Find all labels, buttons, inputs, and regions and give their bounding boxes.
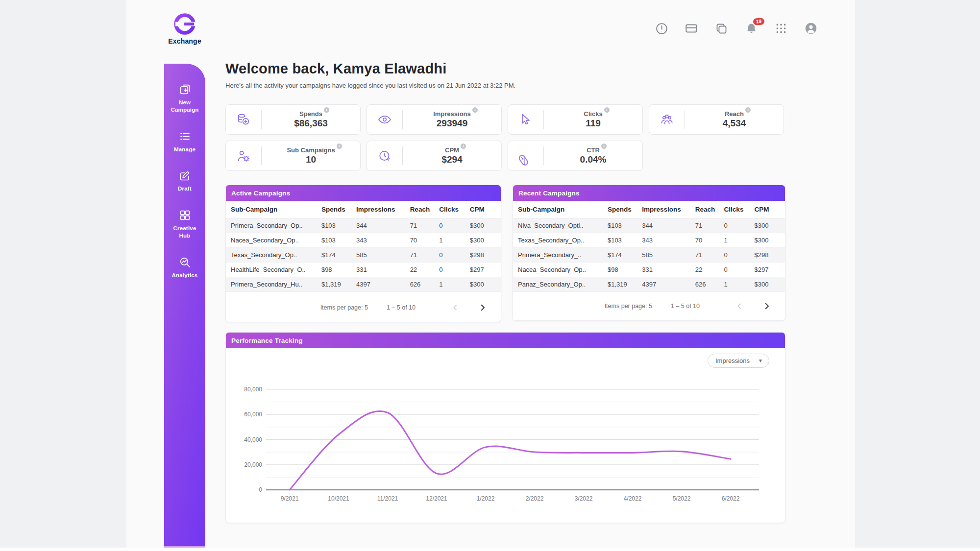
svg-text:4/2022: 4/2022 (624, 495, 642, 502)
cell-value: $297 (750, 262, 785, 277)
cell-value: 4397 (351, 277, 405, 291)
stat-value: 0.04% (580, 154, 607, 165)
cell-value: 4397 (637, 277, 690, 291)
cell-value: $298 (465, 247, 501, 262)
cell-value: $300 (465, 218, 501, 233)
bell-icon[interactable]: 19 (744, 22, 758, 35)
table-header-row: Sub-Campaign Spends Impressions Reach Cl… (513, 201, 785, 218)
col-spends: Spends (603, 201, 637, 218)
sidebar-item-manage[interactable]: Manage (164, 130, 205, 153)
alert-icon[interactable] (655, 22, 668, 35)
cell-value: 71 (405, 218, 435, 233)
stat-card-sub-campaigns: Sub Campaignsi 10 (225, 141, 361, 171)
cell-value: 71 (690, 218, 719, 233)
billing-icon[interactable] (685, 22, 698, 35)
items-per-page-label: Items per page: 5 (320, 304, 368, 311)
cell-value: $300 (750, 277, 785, 291)
cell-value: 1 (434, 277, 465, 291)
cell-sub-campaign: Texas_Secondary_Op.. (226, 247, 317, 262)
cell-value: 71 (690, 247, 719, 262)
svg-text:40,000: 40,000 (244, 436, 262, 443)
table-row: Niva_Secondary_Opti..$103344710$300 (513, 218, 785, 233)
page-range-label: 1 – 5 of 10 (671, 303, 700, 310)
prev-page-button[interactable] (448, 300, 463, 315)
cell-value: 343 (351, 233, 405, 247)
info-icon[interactable]: i (324, 107, 329, 113)
col-impressions: Impressions (351, 201, 405, 218)
info-icon[interactable]: i (745, 107, 751, 113)
table-row: Primera_Secondary_Op..$103344710$300 (226, 218, 501, 233)
items-per-page-label: Items per page: 5 (605, 303, 652, 310)
cell-value: 331 (637, 262, 690, 277)
table-row: Primera_Secondary_..$174585710$298 (513, 247, 785, 262)
analytics-search-icon (179, 256, 191, 268)
sidebar-item-label: Manage (171, 146, 198, 153)
performance-line-chart: 020,00040,00060,00080,0009/202110/202111… (226, 382, 785, 514)
cell-value: $174 (317, 247, 351, 262)
col-reach: Reach (405, 201, 435, 218)
panel-title: Performance Tracking (226, 333, 785, 348)
stat-cards: Spendsi $86,363 Impressionsi 293949 (225, 104, 794, 177)
account-icon[interactable] (804, 22, 818, 35)
prev-page-button[interactable] (732, 299, 747, 313)
info-icon[interactable]: i (472, 107, 478, 113)
col-sub-campaign: Sub-Campaign (226, 201, 317, 218)
sidebar-item-new-campaign[interactable]: New Campaign (164, 83, 205, 114)
next-page-button[interactable] (475, 300, 490, 315)
cell-value: $103 (603, 233, 637, 247)
sidebar-item-draft[interactable]: Draft (164, 170, 205, 192)
cell-value: 1 (719, 233, 750, 247)
active-campaigns-table: Sub-Campaign Spends Impressions Reach Cl… (226, 201, 501, 292)
page-title: Welcome back, Kamya Elawadhi (225, 61, 447, 77)
sidebar-item-label: Creative Hub (164, 225, 205, 240)
copy-icon[interactable] (714, 22, 728, 35)
stat-value: 293949 (437, 118, 467, 129)
stat-card-ctr: CTRi 0.04% (508, 141, 643, 171)
sidebar-item-analytics[interactable]: Analytics (164, 256, 205, 279)
table-row: Texas_Secondary_Op..$174585710$298 (226, 247, 501, 262)
cell-sub-campaign: Nacea_Secondary_Op.. (513, 262, 603, 277)
notification-badge: 19 (753, 18, 764, 25)
cell-value: 585 (637, 247, 690, 262)
manage-list-icon (179, 130, 191, 143)
col-cpm: CPM (465, 201, 501, 218)
chevron-left-icon (735, 302, 743, 310)
new-campaign-icon (179, 83, 191, 96)
stat-card-clicks: Clicksi 119 (508, 104, 643, 135)
info-icon[interactable]: i (601, 144, 607, 149)
cell-sub-campaign: Primera_Secondary_.. (513, 247, 603, 262)
stat-value: $86,363 (294, 118, 328, 129)
panel-title: Recent Campaigns (513, 185, 785, 201)
paginator: Items per page: 5 1 – 5 of 10 (226, 300, 501, 322)
table-header-row: Sub-Campaign Spends Impressions Reach Cl… (226, 201, 501, 218)
info-icon[interactable]: i (604, 107, 610, 113)
cell-value: $298 (750, 247, 785, 262)
dashboard-page: Exchange 19 (0, 0, 980, 551)
cell-value: $1,319 (317, 277, 351, 291)
metric-dropdown-value: Impressions (715, 357, 750, 364)
sidebar-item-creative-hub[interactable]: Creative Hub (164, 209, 205, 240)
metric-dropdown[interactable]: Impressions ▼ (708, 354, 769, 368)
page-range-label: 1 – 5 of 10 (387, 304, 416, 311)
draft-edit-icon (179, 170, 191, 182)
cell-value: $98 (317, 262, 351, 277)
chevron-right-icon (478, 303, 487, 312)
col-sub-campaign: Sub-Campaign (513, 201, 603, 218)
bottom-strip (0, 548, 980, 551)
cell-value: $103 (317, 218, 351, 233)
table-row: Primera_Secondary_Hu..$1,31943976261$300 (226, 277, 501, 291)
cell-value: $300 (750, 218, 785, 233)
next-page-button[interactable] (760, 299, 774, 313)
svg-text:1/2022: 1/2022 (477, 495, 495, 502)
brand-name: Exchange (164, 37, 205, 45)
stat-label: Reachi (725, 110, 744, 118)
recent-campaigns-panel: Recent Campaigns Sub-Campaign Spends Imp… (513, 185, 785, 321)
info-icon[interactable]: i (461, 144, 466, 149)
info-icon[interactable]: i (337, 144, 342, 149)
sidebar-item-label: Draft (175, 185, 195, 192)
cell-value: 0 (434, 262, 465, 277)
cell-sub-campaign: Primera_Secondary_Op.. (226, 218, 317, 233)
svg-text:80,000: 80,000 (244, 386, 262, 393)
recent-campaigns-table: Sub-Campaign Spends Impressions Reach Cl… (513, 201, 785, 292)
apps-grid-icon[interactable] (774, 22, 788, 35)
